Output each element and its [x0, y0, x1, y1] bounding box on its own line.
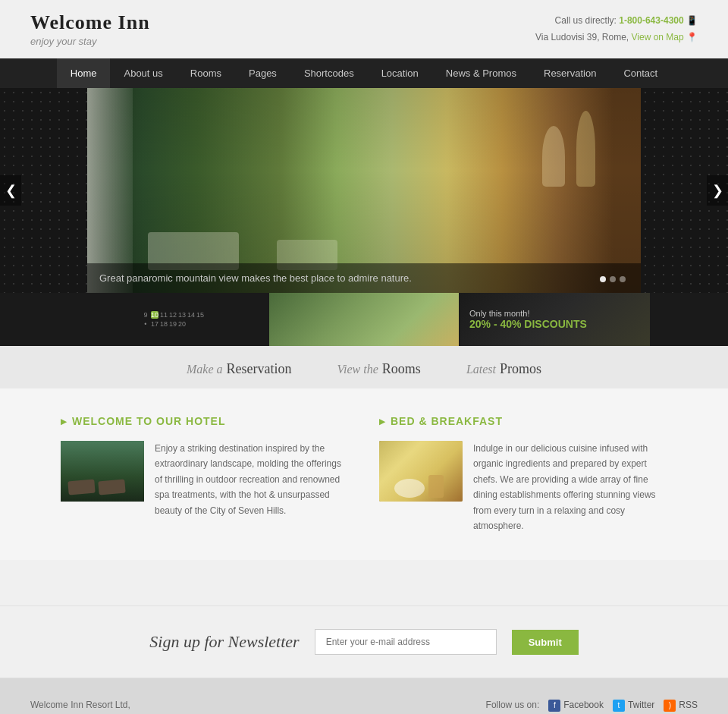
- footer-company: Welcome Inn Resort Ltd,: [30, 697, 187, 714]
- logo-title: Welcome Inn: [30, 11, 150, 34]
- footer-info: Welcome Inn Resort Ltd, Via Ludovisi 39-…: [30, 697, 187, 714]
- spacer: [0, 560, 728, 605]
- address-text: Via Ludovisi 39, Rome,: [535, 32, 629, 42]
- breakfast-block: BED & BREAKFAST Indulge in our delicious…: [379, 415, 667, 533]
- thumb-room[interactable]: [269, 293, 459, 346]
- footer-right: Follow us on: f Facebook t Twitter ) RSS…: [486, 697, 698, 714]
- logo-tagline: enjoy your stay: [30, 36, 150, 47]
- logo: Welcome Inn enjoy your stay: [30, 11, 150, 47]
- feature-thumbnails: 9 10 11 12 13 14 15 • 17 18 19 20 Only t…: [0, 293, 728, 346]
- breakfast-inner: Indulge in our delicious cuisine infused…: [379, 441, 667, 533]
- site-footer: Welcome Inn Resort Ltd, Via Ludovisi 39-…: [0, 678, 728, 714]
- quick-link-reservation[interactable]: Make a Reservation: [187, 361, 292, 377]
- rss-icon: ): [664, 700, 676, 712]
- twitter-icon: t: [613, 700, 625, 712]
- quick-link-rooms[interactable]: View the Rooms: [337, 361, 420, 377]
- breakfast-image: [379, 441, 463, 502]
- welcome-text: Enjoy a striking destination inspired by…: [155, 441, 349, 518]
- quick-link-promos[interactable]: Latest Promos: [466, 361, 541, 377]
- promo-discount: 20% - 40% DISCOUNTS: [469, 318, 587, 330]
- newsletter-input[interactable]: [315, 629, 497, 655]
- map-link[interactable]: View on Map: [632, 32, 684, 42]
- contact-address-row: Via Ludovisi 39, Rome, View on Map 📍: [535, 30, 698, 46]
- hero-section: ❮ ❯ Great panaromic mountain view makes …: [0, 88, 728, 293]
- phone-icon: 📱: [686, 15, 698, 26]
- thumb-promo[interactable]: Only this month! 20% - 40% DISCOUNTS: [460, 293, 650, 346]
- newsletter-label: Sign up for Newsletter: [149, 632, 299, 652]
- hotel-image: [61, 441, 144, 502]
- welcome-block: WELCOME TO OUR HOTEL Enjoy a striking de…: [61, 415, 349, 533]
- breakfast-text: Indulge in our delicious cuisine infused…: [473, 441, 667, 533]
- social-label: Follow us on:: [486, 697, 540, 714]
- hero-dot-2[interactable]: [610, 276, 616, 282]
- social-links: Follow us on: f Facebook t Twitter ) RSS: [486, 697, 698, 714]
- call-label: Call us directly:: [555, 15, 617, 26]
- breakfast-title: BED & BREAKFAST: [379, 415, 667, 427]
- hero-arrow-right[interactable]: ❯: [707, 175, 728, 206]
- location-icon: 📍: [686, 32, 698, 42]
- promo-header: Only this month!: [469, 309, 529, 318]
- welcome-title: WELCOME TO OUR HOTEL: [61, 415, 349, 427]
- welcome-inner: Enjoy a striking destination inspired by…: [61, 441, 349, 518]
- nav-contact[interactable]: Contact: [610, 58, 671, 88]
- site-header: Welcome Inn enjoy your stay Call us dire…: [0, 0, 728, 58]
- nav-news-promos[interactable]: News & Promos: [432, 58, 530, 88]
- nav-shortcodes[interactable]: Shortcodes: [290, 58, 368, 88]
- newsletter-section: Sign up for Newsletter Submit: [0, 605, 728, 678]
- caption-text: Great panaromic mountain view makes the …: [99, 272, 412, 284]
- hero-caption: Great panaromic mountain view makes the …: [87, 263, 641, 293]
- contact-info: Call us directly: 1-800-643-4300 📱 Via L…: [535, 13, 698, 46]
- main-nav: Home About us Rooms Pages Shortcodes Loc…: [0, 58, 728, 88]
- phone-number[interactable]: 1-800-643-4300: [619, 15, 683, 26]
- newsletter-submit[interactable]: Submit: [512, 630, 579, 655]
- quick-links: Make a Reservation View the Rooms Latest…: [0, 346, 728, 388]
- thumb-calendar[interactable]: 9 10 11 12 13 14 15 • 17 18 19 20: [78, 293, 268, 346]
- hero-dot-3[interactable]: [620, 276, 626, 282]
- facebook-link[interactable]: f Facebook: [548, 697, 604, 714]
- nav-home[interactable]: Home: [57, 58, 111, 88]
- facebook-icon: f: [548, 700, 560, 712]
- nav-pages[interactable]: Pages: [235, 58, 290, 88]
- calendar-grid: 9 10 11 12 13 14 15 • 17 18 19 20: [136, 305, 210, 334]
- content-area: WELCOME TO OUR HOTEL Enjoy a striking de…: [0, 388, 728, 560]
- nav-about[interactable]: About us: [110, 58, 176, 88]
- nav-location[interactable]: Location: [368, 58, 432, 88]
- contact-phone-row: Call us directly: 1-800-643-4300 📱: [535, 13, 698, 30]
- rss-link[interactable]: ) RSS: [664, 697, 698, 714]
- twitter-link[interactable]: t Twitter: [613, 697, 654, 714]
- hero-arrow-left[interactable]: ❮: [0, 175, 21, 206]
- nav-rooms[interactable]: Rooms: [177, 58, 235, 88]
- hero-dots: [600, 276, 626, 282]
- nav-reservation[interactable]: Reservation: [530, 58, 610, 88]
- hero-dot-1[interactable]: [600, 276, 606, 282]
